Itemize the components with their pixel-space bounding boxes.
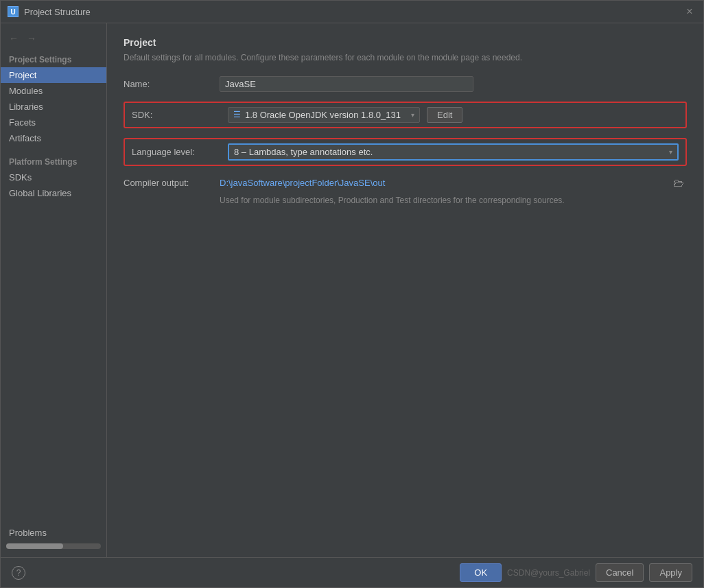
sdk-select[interactable]: ☰ 1.8 Oracle OpenJDK version 1.8.0_131 ▾	[228, 107, 420, 123]
platform-settings-label: Platform Settings	[1, 153, 106, 169]
sdk-value: 1.8 Oracle OpenJDK version 1.8.0_131	[245, 110, 407, 120]
sidebar-scrollbar[interactable]	[1, 541, 106, 552]
dialog-title: Project Structure	[24, 7, 91, 17]
lang-row-outer: Language level: 8 – Lambdas, type annota…	[124, 138, 687, 166]
language-level-label: Language level:	[132, 147, 221, 157]
cancel-button[interactable]: Cancel	[596, 563, 644, 582]
content-area: ← → Project Settings Project Modules Lib…	[1, 23, 703, 557]
edit-button[interactable]: Edit	[427, 107, 462, 123]
help-button[interactable]: ?	[12, 566, 25, 580]
app-icon: U	[8, 6, 19, 17]
folder-icon: 🗁	[673, 177, 684, 189]
compiler-output-row: Compiler output: D:\javaSoftware\project…	[124, 176, 687, 191]
ok-button[interactable]: OK	[460, 563, 502, 582]
main-content: Project Default settings for all modules…	[107, 23, 703, 557]
compiler-hint: Used for module subdirectories, Producti…	[220, 195, 687, 207]
project-structure-dialog: U Project Structure × ← → Project Settin…	[0, 0, 704, 588]
back-arrow[interactable]: ←	[6, 32, 21, 45]
sidebar: ← → Project Settings Project Modules Lib…	[1, 23, 107, 557]
sidebar-item-modules[interactable]: Modules	[1, 83, 106, 99]
bottom-bar: ? OK CSDN@yours_Gabriel Cancel Apply	[1, 557, 703, 587]
watermark: CSDN@yours_Gabriel	[507, 568, 590, 578]
bottom-right: OK CSDN@yours_Gabriel Cancel Apply	[460, 563, 692, 582]
title-bar-left: U Project Structure	[8, 6, 91, 17]
compiler-output-label: Compiler output:	[124, 178, 213, 188]
language-level-value: 8 – Lambdas, type annotations etc.	[234, 147, 665, 157]
sidebar-item-libraries[interactable]: Libraries	[1, 99, 106, 115]
nav-back-fwd: ← →	[1, 29, 106, 51]
lang-row: Language level: 8 – Lambdas, type annota…	[132, 143, 679, 161]
compiler-output-path: D:\javaSoftware\projectFolder\JavaSE\out	[220, 178, 664, 188]
forward-arrow[interactable]: →	[24, 32, 39, 45]
sdk-row-outer: SDK: ☰ 1.8 Oracle OpenJDK version 1.8.0_…	[124, 102, 687, 128]
section-desc: Default settings for all modules. Config…	[124, 52, 687, 64]
title-bar: U Project Structure ×	[1, 1, 703, 23]
sdk-row: SDK: ☰ 1.8 Oracle OpenJDK version 1.8.0_…	[132, 107, 679, 123]
sidebar-item-artifacts[interactable]: Artifacts	[1, 130, 106, 146]
sidebar-item-project[interactable]: Project	[1, 67, 106, 83]
folder-button[interactable]: 🗁	[670, 176, 687, 191]
lang-chevron-icon: ▾	[669, 148, 672, 156]
sidebar-item-global-libraries[interactable]: Global Libraries	[1, 185, 106, 201]
close-button[interactable]: ×	[683, 5, 696, 19]
sdk-label: SDK:	[132, 110, 221, 120]
sdk-icon: ☰	[233, 110, 241, 119]
sdk-chevron-icon: ▾	[411, 111, 414, 119]
sidebar-item-problems[interactable]: Problems	[1, 525, 106, 541]
name-input[interactable]	[220, 76, 473, 92]
name-label: Name:	[124, 79, 213, 89]
sidebar-item-facets[interactable]: Facets	[1, 115, 106, 130]
apply-button[interactable]: Apply	[649, 563, 692, 582]
sidebar-item-sdks[interactable]: SDKs	[1, 169, 106, 185]
language-level-select[interactable]: 8 – Lambdas, type annotations etc. ▾	[228, 143, 679, 161]
section-title: Project	[124, 37, 687, 48]
name-row: Name:	[124, 76, 687, 92]
project-settings-label: Project Settings	[1, 51, 106, 67]
